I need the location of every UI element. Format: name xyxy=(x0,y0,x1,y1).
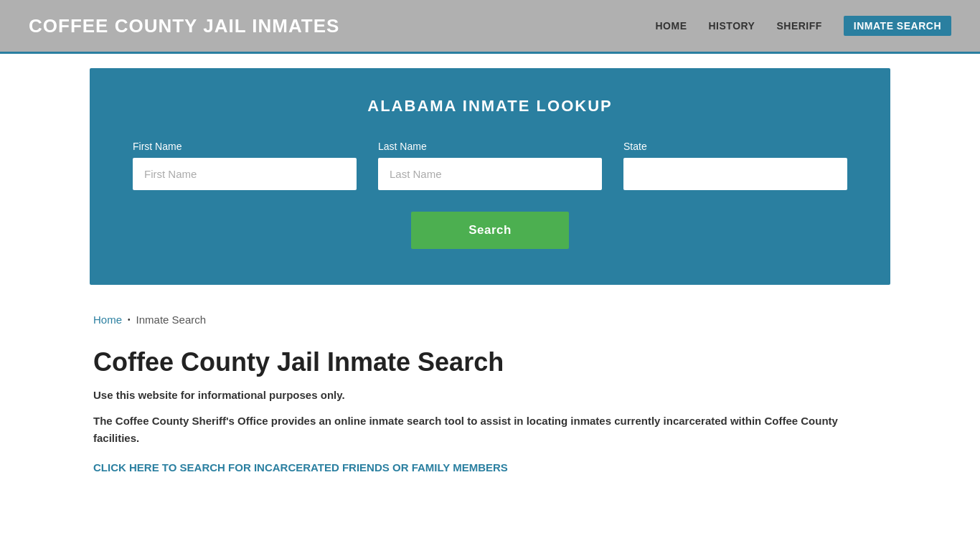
last-name-label: Last Name xyxy=(378,141,602,152)
state-input[interactable]: Alabama xyxy=(623,158,847,190)
state-label: State xyxy=(623,141,847,152)
last-name-input[interactable] xyxy=(378,158,602,190)
search-form: First Name Last Name State Alabama xyxy=(133,141,847,190)
info-bold-text: Use this website for informational purpo… xyxy=(93,389,887,401)
site-title: COFFEE COUNTY JAIL INMATES xyxy=(29,15,339,37)
first-name-label: First Name xyxy=(133,141,357,152)
nav-home[interactable]: HOME xyxy=(656,20,687,32)
breadcrumb-home-link[interactable]: Home xyxy=(93,314,122,326)
first-name-group: First Name xyxy=(133,141,357,190)
click-here-link[interactable]: CLICK HERE to Search for Incarcerated Fr… xyxy=(93,461,508,474)
breadcrumb-separator: • xyxy=(128,316,131,324)
page-title: Coffee County Jail Inmate Search xyxy=(93,347,887,377)
search-button-row: Search xyxy=(133,212,847,249)
main-content: Coffee County Jail Inmate Search Use thi… xyxy=(0,333,980,503)
nav-sheriff[interactable]: SHERIFF xyxy=(776,20,821,32)
search-panel-title: ALABAMA INMATE LOOKUP xyxy=(133,97,847,116)
last-name-group: Last Name xyxy=(378,141,602,190)
search-button[interactable]: Search xyxy=(411,212,569,249)
first-name-input[interactable] xyxy=(133,158,357,190)
nav-history[interactable]: HISTORY xyxy=(709,20,755,32)
state-group: State Alabama xyxy=(623,141,847,190)
nav-inmate-search[interactable]: INMATE SEARCH xyxy=(844,16,951,36)
info-description: The Coffee County Sheriff's Office provi… xyxy=(93,413,887,447)
breadcrumb: Home • Inmate Search xyxy=(0,299,980,333)
site-header: COFFEE COUNTY JAIL INMATES HOME HISTORY … xyxy=(0,0,980,54)
search-panel: ALABAMA INMATE LOOKUP First Name Last Na… xyxy=(90,68,890,285)
main-nav: HOME HISTORY SHERIFF INMATE SEARCH xyxy=(656,16,952,36)
breadcrumb-current-page: Inmate Search xyxy=(136,314,207,326)
